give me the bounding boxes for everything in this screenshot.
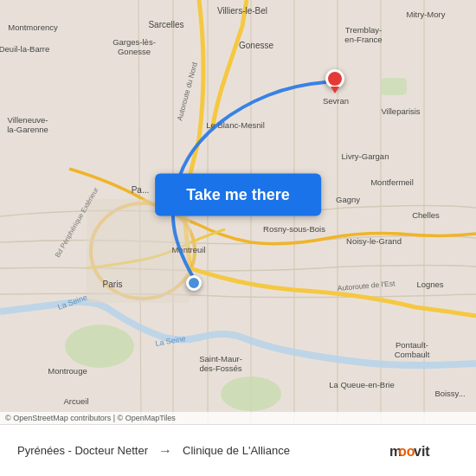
map-container: Villiers-le-Bel Sarcelles Gonesse Trembl… xyxy=(0,0,476,424)
svg-text:Saint-Maur-: Saint-Maur- xyxy=(199,354,242,363)
svg-text:Sevran: Sevran xyxy=(323,96,349,106)
svg-text:Paris: Paris xyxy=(103,280,123,289)
svg-text:Sarcelles: Sarcelles xyxy=(148,20,183,29)
svg-text:oo: oo xyxy=(398,444,415,459)
svg-text:Gonesse: Gonesse xyxy=(239,41,273,50)
footer-to-label: Clinique de L'Alliance xyxy=(183,444,290,457)
svg-text:Villiers-le-Bel: Villiers-le-Bel xyxy=(217,6,267,16)
svg-text:en-France: en-France xyxy=(344,35,382,44)
svg-text:Tremblay-: Tremblay- xyxy=(345,25,382,35)
footer: Pyrénées - Docteur Netter → Clinique de … xyxy=(0,424,476,476)
svg-text:Garges-lès-: Garges-lès- xyxy=(113,37,156,47)
map-attribution: © OpenStreetMap contributors | © OpenMap… xyxy=(0,412,476,424)
svg-text:Villeneuve-: Villeneuve- xyxy=(8,115,48,125)
svg-text:la-Garenne: la-Garenne xyxy=(7,125,48,134)
origin-marker xyxy=(186,275,202,291)
svg-text:Mitry-Mory: Mitry-Mory xyxy=(407,10,446,19)
svg-text:vit: vit xyxy=(414,444,430,459)
svg-point-3 xyxy=(221,376,281,411)
svg-text:Combault: Combault xyxy=(395,350,430,359)
svg-text:Montmorency: Montmorency xyxy=(8,23,58,32)
svg-rect-4 xyxy=(381,78,407,95)
svg-text:Deuil-la-Barre: Deuil-la-Barre xyxy=(0,44,49,54)
destination-pin xyxy=(325,69,344,88)
svg-text:des-Fossés: des-Fossés xyxy=(199,363,241,373)
attribution-text: © OpenStreetMap contributors | © OpenMap… xyxy=(5,414,176,422)
svg-text:Noisy-le-Grand: Noisy-le-Grand xyxy=(346,236,402,246)
moovit-logo: m oo vit xyxy=(389,439,459,463)
moovit-logo-svg: m oo vit xyxy=(389,439,459,463)
svg-text:Gonesse: Gonesse xyxy=(118,47,151,56)
svg-text:Chelles: Chelles xyxy=(412,210,440,220)
svg-text:Villeparisis: Villeparisis xyxy=(381,106,420,116)
footer-from-label: Pyrénées - Docteur Netter xyxy=(17,444,148,457)
svg-text:Lognes: Lognes xyxy=(416,280,443,289)
svg-text:Boissy...: Boissy... xyxy=(434,389,465,398)
svg-text:Pontault-: Pontault- xyxy=(396,340,428,350)
svg-text:Rosny-sous-Bois: Rosny-sous-Bois xyxy=(263,224,325,234)
destination-pin-tail xyxy=(331,87,339,93)
footer-arrow: → xyxy=(158,443,172,459)
svg-point-2 xyxy=(65,325,134,368)
svg-text:Montrouge: Montrouge xyxy=(48,366,87,376)
svg-text:La Queue-en-Brie: La Queue-en-Brie xyxy=(329,380,395,389)
svg-text:Pa...: Pa... xyxy=(132,185,150,195)
svg-text:Gagny: Gagny xyxy=(336,195,360,204)
svg-text:Livry-Gargan: Livry-Gargan xyxy=(342,151,389,161)
svg-text:Montreuil: Montreuil xyxy=(171,245,205,254)
svg-text:Le Blanc-Mesnil: Le Blanc-Mesnil xyxy=(206,120,265,130)
destination-marker xyxy=(325,69,344,93)
take-me-there-button[interactable]: Take me there xyxy=(155,174,321,216)
svg-text:Arcueil: Arcueil xyxy=(63,396,88,406)
svg-text:Montfermeil: Montfermeil xyxy=(370,177,414,187)
